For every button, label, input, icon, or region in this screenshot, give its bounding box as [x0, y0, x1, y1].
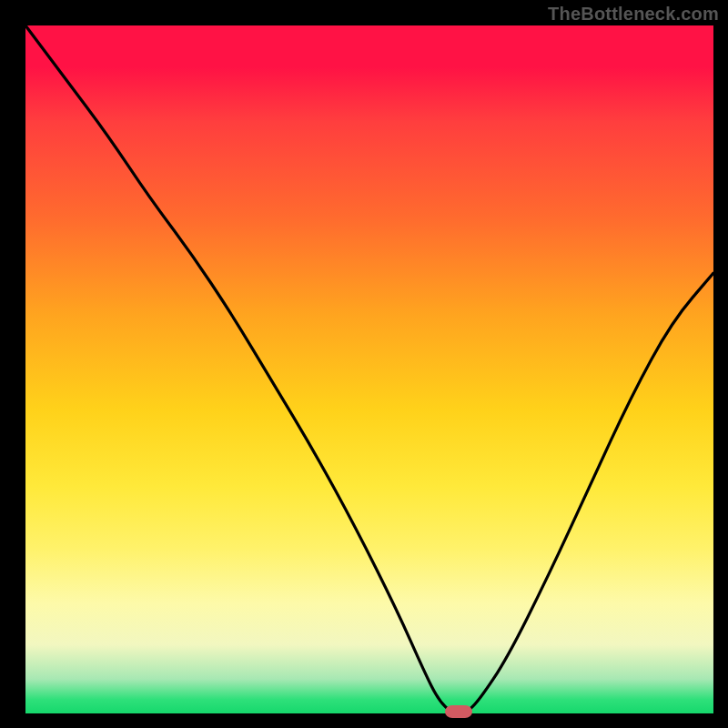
plot-area — [25, 25, 713, 713]
bottleneck-curve — [25, 25, 713, 713]
optimal-marker — [445, 705, 472, 718]
chart-frame: TheBottleneck.com — [0, 0, 728, 728]
watermark-text: TheBottleneck.com — [548, 4, 719, 25]
